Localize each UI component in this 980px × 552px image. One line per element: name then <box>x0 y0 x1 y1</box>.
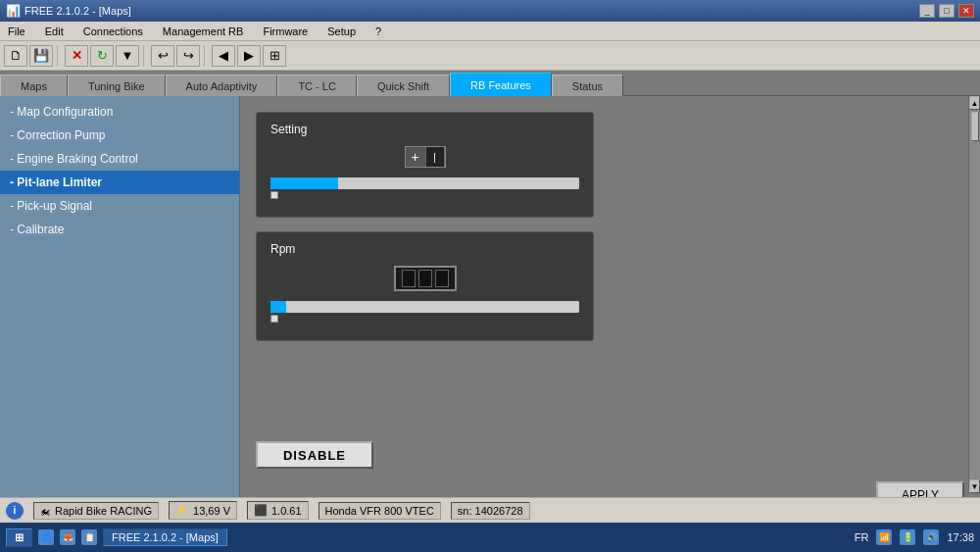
title-text: FREE 2.1.0.2 - [Maps] <box>24 5 131 17</box>
rpm-slider-thumb[interactable] <box>270 315 278 323</box>
content-scrollbar[interactable]: ▲ ▼ <box>968 96 980 493</box>
status-voltage: ⚡ 13,69 V <box>169 501 237 520</box>
menu-bar: File Edit Connections Management RB Firm… <box>0 22 980 41</box>
rpm-panel: Rpm <box>256 231 594 341</box>
title-bar-left: 📊 FREE 2.1.0.2 - [Maps] <box>6 4 131 18</box>
voltage-icon: ⚡ <box>175 504 189 517</box>
toolbar-sep-1 <box>57 45 61 67</box>
setting-plus-button[interactable]: + <box>406 147 425 167</box>
sidebar-item-engine-braking[interactable]: - Engine Braking Control <box>0 147 239 171</box>
rpm-slider-thumb-row <box>270 315 579 323</box>
rpm-digit-3 <box>435 270 449 287</box>
rpm-panel-title: Rpm <box>270 242 579 256</box>
taskbar-lang: FR <box>855 531 869 543</box>
car-label: Honda VFR 800 VTEC <box>325 505 434 517</box>
taskbar-volume-icon[interactable]: 🔊 <box>923 529 939 545</box>
taskbar-network-icon[interactable]: 📶 <box>876 529 892 545</box>
brand-label: Rapid Bike RACING <box>55 505 152 517</box>
menu-management-rb[interactable]: Management RB <box>159 25 248 38</box>
rpm-slider-fill <box>270 301 286 313</box>
taskbar: ⊞ 🌀 🦊 📋 FREE 2.1.0.2 - [Maps] FR 📶 🔋 🔊 1… <box>0 523 980 552</box>
tab-status[interactable]: Status <box>552 75 623 96</box>
tab-bar: Maps Tuning Bike Auto Adaptivity TC - LC… <box>0 71 980 96</box>
menu-help[interactable]: ? <box>371 25 385 38</box>
toolbar-sep-3 <box>204 45 208 67</box>
setting-plus-minus-box: + | <box>405 146 446 168</box>
scroll-down-arrow[interactable]: ▼ <box>969 479 980 493</box>
tab-tuning-bike[interactable]: Tuning Bike <box>68 75 166 96</box>
rpm-digit-1 <box>402 270 416 287</box>
undo-button[interactable]: ↩ <box>151 45 174 67</box>
menu-firmware[interactable]: Firmware <box>259 25 312 38</box>
sidebar-item-calibrate[interactable]: - Calibrate <box>0 218 239 241</box>
taskbar-right: FR 📶 🔋 🔊 17:38 <box>855 529 974 545</box>
new-button[interactable]: 🗋 <box>4 45 27 67</box>
disable-button[interactable]: DISABLE <box>256 441 373 469</box>
tab-tc-lc[interactable]: TC - LC <box>277 75 357 96</box>
back-button[interactable]: ◀ <box>212 45 235 67</box>
rpm-display-row <box>270 266 579 291</box>
sidebar-item-correction-pump[interactable]: - Correction Pump <box>0 124 239 147</box>
sidebar-item-map-configuration[interactable]: - Map Configuration <box>0 100 239 124</box>
status-logo: i <box>6 502 24 520</box>
cpu-icon: ⬛ <box>254 504 268 517</box>
taskbar-program[interactable]: FREE 2.1.0.2 - [Maps] <box>103 528 227 546</box>
tool-bar: 🗋 💾 ✕ ↻ ▼ ↩ ↪ ◀ ▶ ⊞ <box>0 41 980 71</box>
tab-rb-features[interactable]: RB Features <box>450 73 552 96</box>
start-icon: ⊞ <box>15 531 24 543</box>
save-button[interactable]: 💾 <box>29 45 53 67</box>
close-button-toolbar[interactable]: ✕ <box>65 45 88 67</box>
taskbar-time: 17:38 <box>947 531 974 543</box>
sidebar-item-pit-lane-limiter[interactable]: - Pit-lane Limiter <box>0 171 239 194</box>
voltage-value: 13,69 V <box>193 505 230 517</box>
sidebar-item-pickup-signal[interactable]: - Pick-up Signal <box>0 194 239 218</box>
app-icon: 📊 <box>6 4 21 18</box>
restore-button[interactable]: □ <box>939 4 955 18</box>
tab-maps[interactable]: Maps <box>0 75 68 96</box>
status-version: ⬛ 1.0.61 <box>247 501 309 520</box>
rpm-digit-2 <box>418 270 432 287</box>
sidebar: - Map Configuration - Correction Pump - … <box>0 96 240 523</box>
version-value: 1.0.61 <box>271 505 302 517</box>
redo-button[interactable]: ↪ <box>176 45 200 67</box>
menu-setup[interactable]: Setup <box>323 25 360 38</box>
setting-slider-thumb[interactable] <box>270 191 278 199</box>
status-brand: 🏍 Rapid Bike RACING <box>33 502 159 520</box>
forward-button[interactable]: ▶ <box>237 45 261 67</box>
menu-connections[interactable]: Connections <box>79 25 147 38</box>
status-sn: sn: 14026728 <box>451 502 530 520</box>
menu-file[interactable]: File <box>4 25 29 38</box>
status-bar: i 🏍 Rapid Bike RACING ⚡ 13,69 V ⬛ 1.0.61… <box>0 497 980 523</box>
grid-button[interactable]: ⊞ <box>263 45 286 67</box>
setting-slider-fill <box>270 177 338 189</box>
tab-quick-shift[interactable]: Quick Shift <box>357 75 450 96</box>
start-button[interactable]: ⊞ <box>6 528 32 547</box>
rpm-digit-box <box>394 266 457 291</box>
sn-value: sn: 14026728 <box>458 505 523 517</box>
menu-edit[interactable]: Edit <box>41 25 68 38</box>
taskbar-battery-icon[interactable]: 🔋 <box>900 529 915 545</box>
bike-icon: 🏍 <box>40 505 51 517</box>
setting-slider-row <box>270 177 579 199</box>
setting-slider-track[interactable] <box>270 177 579 189</box>
setting-panel-title: Setting <box>270 123 579 136</box>
scroll-up-arrow[interactable]: ▲ <box>969 96 980 110</box>
dropdown-button[interactable]: ▼ <box>116 45 139 67</box>
refresh-button[interactable]: ↻ <box>90 45 114 67</box>
scroll-thumb[interactable] <box>971 112 979 141</box>
setting-value-display: | <box>425 147 445 167</box>
setting-panel: Setting + | <box>256 112 594 218</box>
tab-auto-adaptivity[interactable]: Auto Adaptivity <box>166 75 278 96</box>
status-car: Honda VFR 800 VTEC <box>318 502 441 520</box>
setting-control-row: + | <box>270 146 579 168</box>
setting-slider-thumb-row <box>270 191 579 199</box>
taskbar-icon-2[interactable]: 🦊 <box>60 529 75 545</box>
close-button[interactable]: ✕ <box>958 4 974 18</box>
content-area: Setting + | Rpm <box>240 96 980 523</box>
taskbar-icon-1[interactable]: 🌀 <box>38 529 54 545</box>
rpm-slider-track[interactable] <box>270 301 579 313</box>
taskbar-icon-3[interactable]: 📋 <box>81 529 97 545</box>
minimize-button[interactable]: _ <box>919 4 935 18</box>
title-bar: 📊 FREE 2.1.0.2 - [Maps] _ □ ✕ <box>0 0 980 22</box>
main-area: - Map Configuration - Correction Pump - … <box>0 96 980 523</box>
